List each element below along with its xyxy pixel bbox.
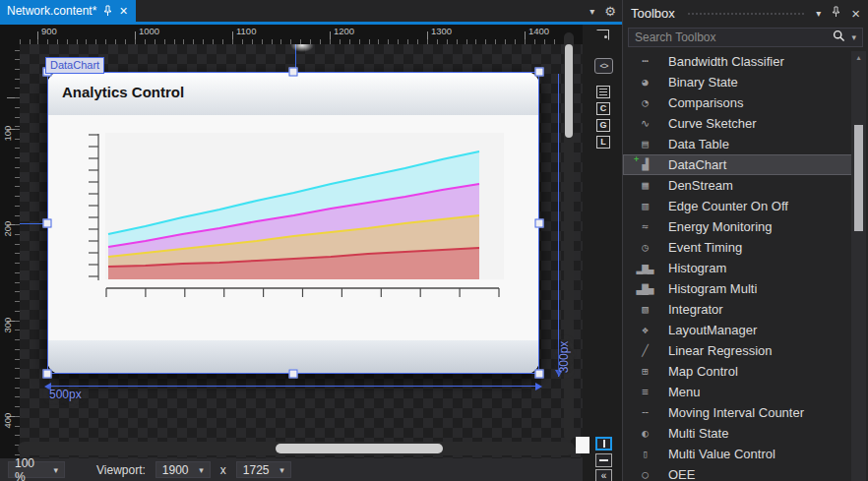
canvas-vertical-scrollbar[interactable] — [564, 32, 574, 441]
toolbox-item-label: Multi Value Control — [668, 447, 775, 461]
close-icon[interactable]: × — [119, 4, 127, 18]
multi-state-icon: ◐ — [636, 427, 653, 440]
oee-icon: ○ — [636, 468, 653, 481]
resize-handle-top-right[interactable] — [535, 68, 544, 77]
toolbox-item-label: Histogram — [668, 261, 726, 275]
toolbox-item-linear-regression[interactable]: ╱Linear Regression — [623, 340, 855, 361]
viewport-height-select[interactable]: 1725 ▾ — [236, 461, 291, 478]
resize-handle-middle-left[interactable] — [43, 219, 52, 228]
vertical-ruler: 100200300400 — [0, 44, 20, 458]
scroll-up-arrow-icon[interactable]: ▴ — [851, 53, 866, 62]
designer-toggle-l[interactable]: L — [596, 136, 610, 149]
toolbox-item-denstream[interactable]: ▦DenStream — [623, 175, 855, 196]
layoutmanager-icon: ❖ — [636, 324, 653, 336]
toolbox-item-datachart[interactable]: ▟+DataChart — [623, 154, 855, 175]
vertical-scroll-thumb[interactable] — [565, 44, 573, 138]
pin-icon[interactable] — [832, 6, 840, 21]
toolbox-item-curve-sketcher[interactable]: ∿Curve Sketcher — [623, 113, 855, 134]
toolbox-item-event-timing[interactable]: ◷Event Timing — [623, 237, 855, 258]
horizontal-split-button[interactable] — [595, 453, 612, 467]
vertical-split-button[interactable] — [595, 437, 612, 451]
height-dimension-line — [558, 74, 559, 377]
toolbox-item-label: DataChart — [668, 157, 726, 172]
outline-toggle-icon[interactable] — [596, 86, 610, 98]
toolbox-item-label: Data Table — [668, 137, 729, 151]
chevron-down-icon: ▾ — [53, 465, 58, 475]
toolbox-item-oee[interactable]: ○OEE — [623, 464, 855, 481]
tab-list-chevron-icon[interactable]: ▾ — [589, 6, 594, 17]
toolbox-item-edge-counter-on-off[interactable]: ▥Edge Counter On Off — [623, 196, 855, 216]
horizontal-scroll-thumb[interactable] — [276, 444, 443, 453]
menu-icon: ≡ — [636, 386, 653, 398]
ruler-label: 1200 — [334, 26, 354, 36]
toolbox-scrollbar[interactable]: ▴ — [851, 51, 866, 481]
toolbox-list: ┅Bandwidth Classifier◕Binary State◔Compa… — [623, 51, 855, 481]
window-position-chevron-icon[interactable]: ▾ — [816, 8, 821, 19]
toolbox-item-energy-monitoring[interactable]: ≈Energy Monitoring — [623, 216, 855, 237]
resize-handle-top-center[interactable] — [289, 68, 298, 77]
canvas-horizontal-scrollbar[interactable] — [18, 442, 575, 455]
pin-icon[interactable] — [103, 5, 112, 17]
toolbox-search-input[interactable]: Search Toolbox ▾ — [628, 28, 863, 47]
event-timing-icon: ◷ — [636, 241, 653, 254]
toolbox-scroll-thumb[interactable] — [854, 125, 863, 231]
toolbox-item-multi-state[interactable]: ◐Multi State — [623, 423, 855, 444]
toolbox-item-label: Edge Counter On Off — [668, 199, 788, 213]
toolbox-item-layoutmanager[interactable]: ❖LayoutManager — [623, 320, 855, 340]
designer-toggle-g[interactable]: G — [596, 119, 610, 132]
toolbox-header-icons: ▾ × — [816, 6, 860, 21]
viewport-separator: x — [220, 463, 226, 477]
height-dimension-label: 300px — [557, 335, 571, 379]
zoom-select[interactable]: 100 % ▾ — [8, 461, 65, 478]
toolbox-item-label: Linear Regression — [668, 343, 773, 358]
toolbox-item-label: Bandwidth Classifier — [668, 54, 784, 69]
document-area: Network.content* × ▾ ⚙ 90010001100120013… — [0, 0, 622, 481]
toolbox-item-data-table[interactable]: ▤Data Table — [623, 134, 855, 154]
toolbox-item-histogram-multi[interactable]: ▃▇▄Histogram Multi — [623, 278, 855, 299]
code-view-toggle[interactable]: <> — [594, 58, 613, 74]
curve-sketcher-icon: ∿ — [636, 117, 653, 130]
resize-handle-middle-right[interactable] — [535, 219, 544, 228]
document-tab[interactable]: Network.content* × — [0, 0, 136, 22]
resize-handle-bottom-right[interactable] — [535, 370, 544, 379]
design-canvas[interactable]: Analytics Control DataChart — [20, 44, 583, 458]
toolbox-item-bandwidth-classifier[interactable]: ┅Bandwidth Classifier — [623, 51, 855, 72]
toolbox-item-histogram[interactable]: ▂▆▃Histogram — [623, 258, 855, 278]
toolbox-item-map-control[interactable]: ⊞Map Control — [623, 361, 855, 382]
width-dimension-line — [51, 386, 537, 387]
ruler-label: 100 — [2, 122, 13, 142]
toolbox-item-menu[interactable]: ≡Menu — [623, 382, 855, 402]
boxed-toggles: CGL — [596, 86, 610, 152]
toolbox-item-integrator[interactable]: ▧Integrator — [623, 299, 855, 320]
moving-interval-counter-icon: ╌ — [636, 406, 653, 419]
gear-icon[interactable]: ⚙ — [604, 4, 616, 19]
chevron-down-icon: ▾ — [199, 465, 204, 475]
toolbox-item-comparisons[interactable]: ◔Comparisons — [623, 92, 855, 113]
tabbar-right-icons: ▾ ⚙ — [589, 0, 616, 22]
ruler-label: 900 — [41, 26, 57, 36]
vertical-split-icon — [603, 440, 605, 448]
toolbox-item-multi-value-control[interactable]: ▯Multi Value Control — [623, 444, 855, 464]
histogram-multi-icon: ▃▇▄ — [636, 282, 653, 295]
collapse-pane-button[interactable]: « — [595, 469, 612, 481]
viewport-width-value: 1900 — [162, 463, 189, 477]
linear-regression-icon: ╱ — [636, 344, 653, 357]
resize-handle-bottom-left[interactable] — [43, 370, 52, 379]
designer-side-rail: <> CGL « — [583, 25, 622, 481]
chevron-down-icon[interactable]: ▾ — [851, 32, 856, 42]
viewport-width-select[interactable]: 1900 ▾ — [155, 461, 211, 478]
snaplines-toggle-icon[interactable] — [596, 30, 609, 40]
integrator-icon: ▧ — [636, 303, 653, 316]
ruler-label: 400 — [2, 408, 13, 428]
search-icon[interactable] — [833, 29, 845, 46]
ruler-label: 1000 — [139, 26, 159, 36]
toolbox-item-binary-state[interactable]: ◕Binary State — [623, 72, 855, 92]
histogram-icon: ▂▆▃ — [636, 262, 653, 274]
ruler-label: 1400 — [528, 26, 549, 36]
toolbox-item-label: Integrator — [668, 302, 723, 317]
close-icon[interactable]: × — [851, 6, 860, 21]
designer-toggle-c[interactable]: C — [596, 102, 610, 115]
toolbox-item-moving-interval-counter[interactable]: ╌Moving Interval Counter — [623, 402, 855, 423]
resize-handle-bottom-center[interactable] — [289, 370, 298, 379]
width-dimension-label: 500px — [49, 388, 82, 401]
